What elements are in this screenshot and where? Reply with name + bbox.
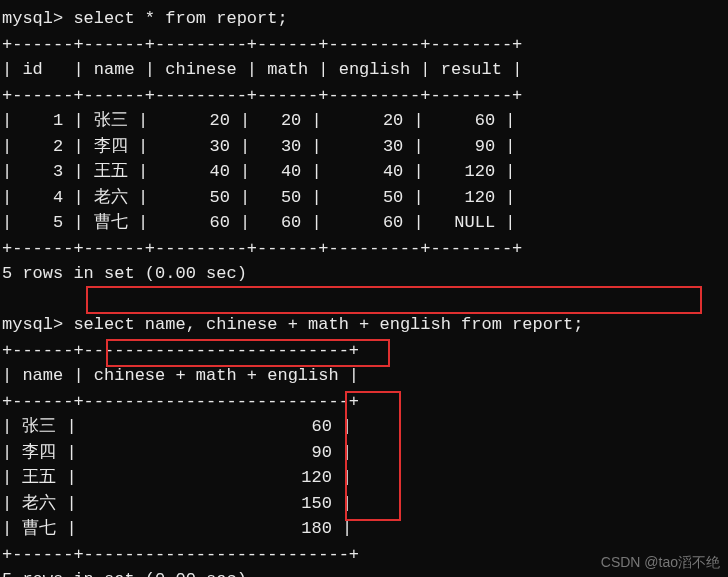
table1-row: | 2 | 李四 | 30 | 30 | 30 | 90 |: [2, 137, 516, 156]
table1-header-row: | id | name | chinese | math | english |…: [2, 60, 522, 79]
table1-row: | 1 | 张三 | 20 | 20 | 20 | 60 |: [2, 111, 516, 130]
table2-border-top: +------+--------------------------+: [2, 341, 359, 360]
table1-row: | 4 | 老六 | 50 | 50 | 50 | 120 |: [2, 188, 516, 207]
table2-row: | 曹七 | 180 |: [2, 519, 352, 538]
table2-border-mid: +------+--------------------------+: [2, 392, 359, 411]
table1-row: | 3 | 王五 | 40 | 40 | 40 | 120 |: [2, 162, 516, 181]
mysql-prompt: mysql> select * from report;: [2, 9, 288, 28]
table2-row: | 李四 | 90 |: [2, 443, 352, 462]
watermark-text: CSDN @tao滔不绝: [601, 552, 720, 573]
query2-footer: 5 rows in set (0.00 sec): [2, 570, 247, 577]
query1-footer: 5 rows in set (0.00 sec): [2, 264, 247, 283]
mysql-prompt: mysql> select name, chinese + math + eng…: [2, 315, 584, 334]
terminal-output: mysql> select * from report; +------+---…: [0, 0, 728, 577]
table2-row: | 张三 | 60 |: [2, 417, 352, 436]
sql-query-2: select name, chinese + math + english fr…: [73, 315, 583, 334]
table2-row: | 王五 | 120 |: [2, 468, 352, 487]
table1-border-top: +------+------+---------+------+--------…: [2, 35, 522, 54]
table1-row: | 5 | 曹七 | 60 | 60 | 60 | NULL |: [2, 213, 516, 232]
table1-border-bot: +------+------+---------+------+--------…: [2, 239, 522, 258]
table2-border-bot: +------+--------------------------+: [2, 545, 359, 564]
table1-border-mid: +------+------+---------+------+--------…: [2, 86, 522, 105]
table2-header-row: | name | chinese + math + english |: [2, 366, 359, 385]
table2-row: | 老六 | 150 |: [2, 494, 352, 513]
sql-query-1: select * from report;: [73, 9, 287, 28]
